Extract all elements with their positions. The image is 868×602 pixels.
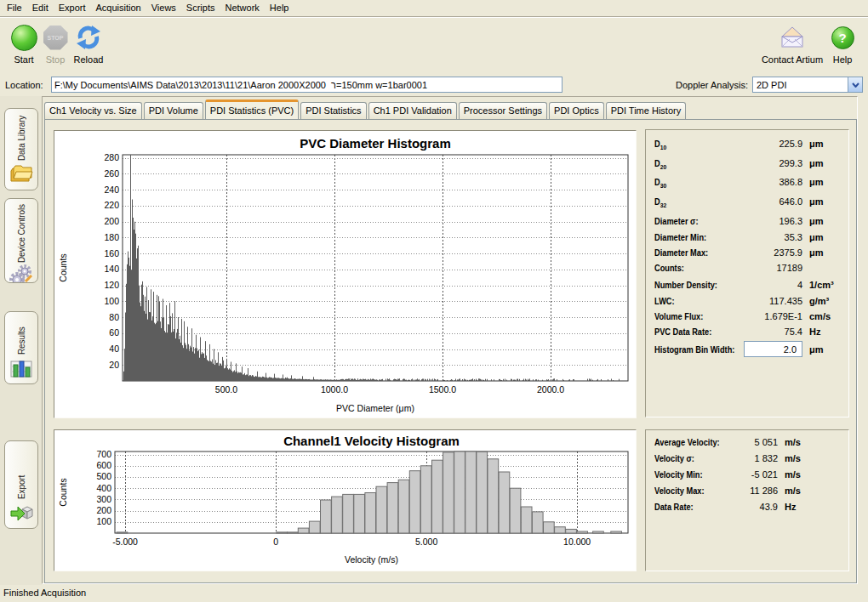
svg-text:1500.0: 1500.0 bbox=[429, 384, 456, 395]
velocity-histogram-chart: Channel1 Velocity Histogram1002003004005… bbox=[54, 430, 636, 571]
svg-text:240: 240 bbox=[104, 185, 119, 195]
stop-label: Stop bbox=[40, 54, 71, 65]
contact-artium-button[interactable]: Contact Artium bbox=[760, 23, 825, 65]
stat-row-pvc-data-rate: PVC Data Rate:75.4Hz bbox=[646, 327, 848, 342]
svg-text:120: 120 bbox=[104, 280, 119, 290]
velocity-histogram-panel: Channel1 Velocity Histogram1002003004005… bbox=[54, 429, 637, 571]
svg-text:200: 200 bbox=[104, 216, 119, 226]
help-button[interactable]: ? Help bbox=[827, 23, 858, 65]
stat-label: Volume Flux: bbox=[654, 311, 703, 321]
stop-button[interactable]: STOP Stop bbox=[40, 23, 71, 65]
stat-label: Data Rate: bbox=[654, 502, 694, 512]
contact-artium-label: Contact Artium bbox=[760, 54, 825, 65]
chevron-down-icon[interactable] bbox=[848, 77, 862, 92]
menu-item-export[interactable]: Export bbox=[54, 0, 91, 16]
folders-icon bbox=[9, 161, 34, 186]
stat-unit: m/s bbox=[785, 437, 801, 447]
tab-pdi-statistics-pvc[interactable]: PDI Statistics (PVC) bbox=[205, 99, 299, 119]
stat-value: 117.435 bbox=[734, 296, 802, 306]
stat-label: D30 bbox=[654, 177, 666, 190]
stat-row-number-density: Number Density:41/cm³ bbox=[646, 280, 848, 295]
svg-text:40: 40 bbox=[109, 344, 119, 354]
stat-row-velocity-max: Velocity Max:11 286m/s bbox=[646, 486, 848, 501]
svg-text:140: 140 bbox=[104, 264, 119, 274]
stat-unit: cm/s bbox=[809, 311, 831, 321]
stat-row-data-rate: Data Rate:43.9Hz bbox=[646, 502, 848, 517]
svg-text:60: 60 bbox=[109, 327, 119, 338]
stat-value: 75.4 bbox=[734, 327, 802, 337]
menu-item-help[interactable]: Help bbox=[265, 0, 294, 16]
stat-row-velocity: Velocity σ:1 832m/s bbox=[646, 453, 848, 469]
svg-text:Channel1 Velocity Histogram: Channel1 Velocity Histogram bbox=[283, 434, 460, 448]
sidebar-item-results[interactable]: Results bbox=[4, 311, 38, 384]
reload-button[interactable]: Reload bbox=[70, 23, 107, 65]
tab-pdi-time-history[interactable]: PDI Time History bbox=[606, 102, 687, 119]
svg-text:260: 260 bbox=[104, 168, 119, 179]
location-label: Location: bbox=[5, 80, 43, 90]
stat-label: D10 bbox=[654, 139, 666, 151]
menu-item-file[interactable]: File bbox=[2, 0, 27, 16]
histogram-bin-width-input[interactable] bbox=[744, 341, 802, 357]
stat-value: 225.9 bbox=[734, 139, 802, 149]
tab-ch1-velocity-vs-size[interactable]: Ch1 Velocity vs. Size bbox=[44, 102, 142, 119]
doppler-analysis-value: 2D PDI bbox=[753, 80, 848, 90]
stat-label: Velocity Max: bbox=[654, 486, 705, 496]
menu-item-network[interactable]: Network bbox=[220, 0, 264, 16]
stat-label: Diameter Max: bbox=[654, 247, 708, 258]
doppler-analysis-label: Doppler Analysis: bbox=[654, 80, 748, 90]
help-label: Help bbox=[827, 54, 858, 65]
stat-row-d32: D32646.0μm bbox=[646, 196, 848, 212]
stat-label: PVC Data Rate: bbox=[654, 327, 711, 337]
start-button[interactable]: Start bbox=[5, 23, 43, 65]
status-bar: Finished Acquisition bbox=[0, 585, 868, 602]
menu-item-edit[interactable]: Edit bbox=[27, 0, 54, 16]
svg-text:Counts: Counts bbox=[58, 478, 68, 506]
tab-pdi-optics[interactable]: PDI Optics bbox=[549, 102, 604, 119]
stat-value: -5 021 bbox=[718, 469, 778, 480]
doppler-analysis-combobox[interactable]: 2D PDI bbox=[752, 77, 863, 93]
stat-label: D20 bbox=[654, 158, 666, 171]
pvc-diameter-histogram-panel: PVC Diameter Histogram204060801001201401… bbox=[54, 130, 637, 418]
stat-unit: m/s bbox=[785, 486, 801, 496]
stat-row-counts: Counts:17189 bbox=[646, 263, 848, 278]
svg-text:PVC Diameter Histogram: PVC Diameter Histogram bbox=[300, 136, 451, 150]
tab-ch1-pdi-validation[interactable]: Ch1 PDI Validation bbox=[368, 102, 457, 119]
menu-item-views[interactable]: Views bbox=[146, 0, 181, 16]
menu-item-scripts[interactable]: Scripts bbox=[181, 0, 220, 16]
svg-text:700: 700 bbox=[96, 449, 111, 459]
sidebar-item-label: Results bbox=[17, 317, 26, 355]
svg-text:160: 160 bbox=[104, 248, 119, 258]
diameter-stats-panel: D10225.9μmD20299.3μmD30386.8μmD32646.0μm… bbox=[645, 129, 849, 417]
svg-text:80: 80 bbox=[109, 312, 119, 322]
svg-text:300: 300 bbox=[96, 494, 111, 504]
stat-unit: Hz bbox=[809, 327, 820, 337]
stat-row-d10: D10225.9μm bbox=[646, 139, 848, 154]
stat-value: 386.8 bbox=[734, 177, 802, 187]
tab-pdi-statistics[interactable]: PDI Statistics bbox=[300, 102, 366, 119]
sidebar-item-data-library[interactable]: Data Library bbox=[4, 108, 38, 190]
sidebar-item-device-controls[interactable]: Device Controls bbox=[4, 198, 38, 283]
stat-row-average-velocity: Average Velocity:5 051m/s bbox=[646, 437, 848, 452]
tab-pdi-volume[interactable]: PDI Volume bbox=[144, 102, 203, 119]
pvc-diameter-histogram-chart: PVC Diameter Histogram204060801001201401… bbox=[54, 131, 636, 417]
location-input[interactable] bbox=[51, 77, 562, 93]
stop-icon: STOP bbox=[43, 26, 68, 50]
velocity-stats-panel: Average Velocity:5 051m/sVelocity σ:1 83… bbox=[645, 429, 849, 571]
svg-text:600: 600 bbox=[96, 460, 111, 470]
gears-icon bbox=[9, 263, 34, 283]
stat-value: 2375.9 bbox=[734, 247, 802, 258]
stat-value: 17189 bbox=[734, 263, 802, 273]
sidebar: Data LibraryDevice ControlsResultsExport bbox=[0, 96, 42, 585]
svg-text:Counts: Counts bbox=[58, 253, 68, 281]
menu-item-acquisition[interactable]: Acquisition bbox=[91, 0, 146, 16]
svg-text:500: 500 bbox=[96, 471, 111, 481]
menu-bar: FileEditExportAcquisitionViewsScriptsNet… bbox=[2, 0, 868, 16]
sidebar-item-export[interactable]: Export bbox=[4, 440, 38, 529]
tab-processor-settings[interactable]: Processor Settings bbox=[459, 102, 547, 119]
export-arrow-icon bbox=[9, 499, 34, 525]
stat-label: Average Velocity: bbox=[654, 437, 720, 447]
stat-row-velocity-min: Velocity Min:-5 021m/s bbox=[646, 469, 848, 485]
stat-value: 5 051 bbox=[718, 437, 778, 447]
sidebar-item-label: Data Library bbox=[17, 114, 26, 161]
stat-unit: μm bbox=[809, 158, 824, 168]
